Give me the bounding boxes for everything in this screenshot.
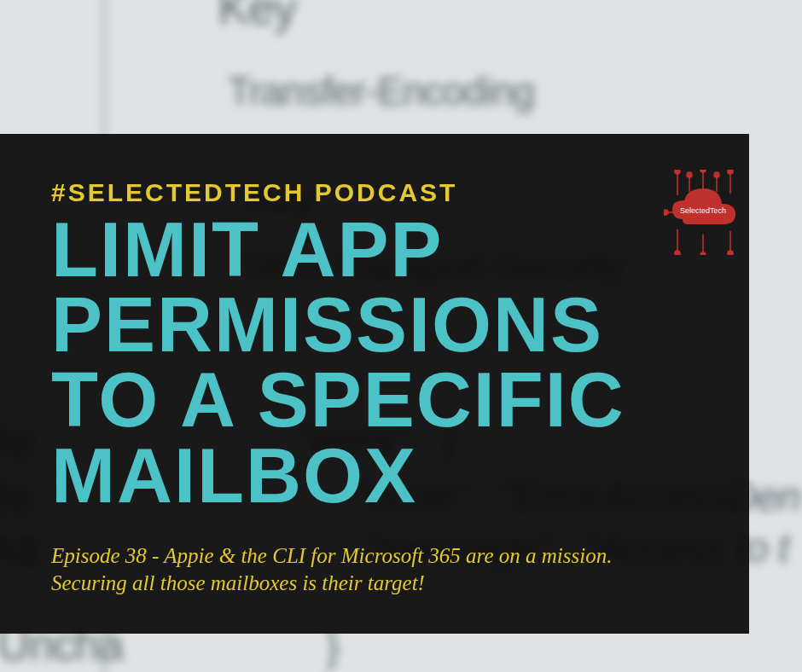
episode-title: LIMIT APP PERMISSIONS TO A SPECIFIC MAIL… <box>51 212 683 513</box>
bg-word: ess <box>0 0 3 4</box>
svg-point-9 <box>728 170 733 174</box>
bg-word: Transfer-Encoding <box>228 70 535 115</box>
svg-point-5 <box>700 170 706 172</box>
svg-point-1 <box>675 170 680 174</box>
svg-point-3 <box>687 172 692 177</box>
svg-point-13 <box>700 252 706 255</box>
selectedtech-logo: SelectedTech <box>664 170 742 255</box>
bg-word: Key <box>218 0 296 35</box>
svg-point-17 <box>664 210 668 215</box>
episode-subtitle: Episode 38 - Appie & the CLI for Microso… <box>51 542 665 598</box>
logo-label: SelectedTech <box>680 206 726 215</box>
svg-point-7 <box>714 172 719 177</box>
svg-point-15 <box>728 251 733 255</box>
title-card: #SELECTEDTECH PODCAST LIMIT APP PERMISSI… <box>0 134 749 634</box>
podcast-hashtag: #SELECTEDTECH PODCAST <box>51 178 698 207</box>
svg-point-11 <box>675 251 680 255</box>
